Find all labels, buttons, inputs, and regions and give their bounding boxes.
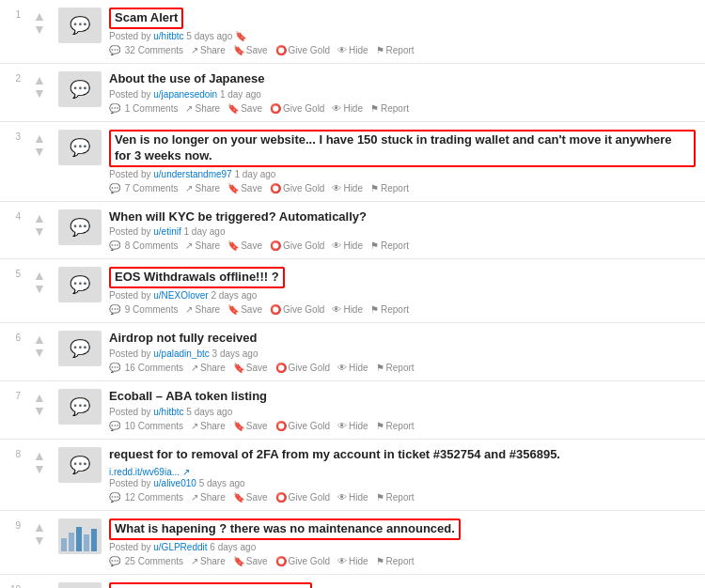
share-button[interactable]: ↗ Share	[191, 421, 226, 431]
author-link[interactable]: u/understandme97	[153, 169, 231, 179]
downvote-button[interactable]: ▼	[33, 346, 46, 359]
upvote-button[interactable]: ▲	[33, 9, 46, 23]
share-button[interactable]: ↗ Share	[185, 103, 220, 114]
upvote-button[interactable]: ▲	[33, 73, 46, 86]
share-button[interactable]: ↗ Share	[191, 492, 226, 503]
save-button[interactable]: 🔖 Save	[233, 45, 268, 55]
upvote-button[interactable]: ▲	[33, 269, 46, 282]
vote-column: ▲▼	[26, 518, 53, 547]
author-link[interactable]: u/paladin_btc	[153, 348, 210, 359]
downvote-button[interactable]: ▼	[33, 404, 46, 417]
hide-button[interactable]: 👁 Hide	[332, 183, 363, 193]
save-button[interactable]: 🔖 Save	[233, 421, 268, 431]
author-link[interactable]: u/NEXOlover	[153, 290, 208, 301]
share-button[interactable]: ↗ Share	[185, 240, 220, 251]
give-gold-button[interactable]: ⭕ Give Gold	[275, 45, 330, 55]
post-title[interactable]: request for to removal of 2FA from my ac…	[109, 447, 696, 463]
post-content: Ven is no longer on your website... I ha…	[109, 130, 696, 193]
save-button[interactable]: 🔖 Save	[233, 363, 268, 373]
share-button[interactable]: ↗ Share	[191, 45, 226, 55]
report-button[interactable]: ⚑ Report	[370, 240, 409, 251]
hide-button[interactable]: 👁 Hide	[332, 103, 363, 114]
downvote-button[interactable]: ▼	[33, 224, 46, 238]
report-button[interactable]: ⚑ Report	[376, 45, 415, 55]
hide-button[interactable]: 👁 Hide	[332, 240, 363, 251]
author-link[interactable]: u/alive010	[153, 478, 196, 488]
upvote-button[interactable]: ▲	[33, 333, 46, 346]
post-title[interactable]: HitBTC BTX (Bitcore) Deposit fail	[109, 582, 312, 588]
upvote-button[interactable]: ▲	[33, 449, 46, 462]
report-button[interactable]: ⚑ Report	[376, 556, 415, 566]
upvote-button[interactable]: ▲	[33, 211, 46, 224]
external-link[interactable]: i.redd.it/wv69ia... ↗	[109, 467, 190, 477]
save-button[interactable]: 🔖 Save	[227, 103, 262, 114]
comment-count[interactable]: 💬 9 Comments	[109, 304, 178, 315]
downvote-button[interactable]: ▼	[33, 534, 46, 547]
report-button[interactable]: ⚑ Report	[370, 183, 409, 193]
give-gold-button[interactable]: ⭕ Give Gold	[270, 304, 324, 315]
report-button[interactable]: ⚑ Report	[376, 363, 415, 373]
report-button[interactable]: ⚑ Report	[376, 421, 415, 431]
author-link[interactable]: u/GLPReddit	[153, 542, 207, 552]
post-title[interactable]: Scam Alert	[109, 8, 183, 29]
post-actions: 💬 1 Comments↗ Share🔖 Save⭕ Give Gold👁 Hi…	[109, 103, 696, 114]
downvote-button[interactable]: ▼	[33, 462, 46, 475]
author-link[interactable]: u/hitbtc	[153, 31, 183, 41]
downvote-button[interactable]: ▼	[33, 282, 46, 295]
comment-count[interactable]: 💬 25 Comments	[109, 556, 183, 566]
upvote-button[interactable]: ▲	[33, 584, 46, 588]
give-gold-button[interactable]: ⭕ Give Gold	[270, 183, 324, 193]
comment-count[interactable]: 💬 8 Comments	[109, 240, 178, 251]
hide-button[interactable]: 👁 Hide	[332, 304, 363, 315]
post-title[interactable]: What is hapening ? there was no maintena…	[109, 518, 461, 540]
report-button[interactable]: ⚑ Report	[376, 492, 415, 503]
author-link[interactable]: u/hitbtc	[153, 407, 183, 417]
share-button[interactable]: ↗ Share	[185, 304, 220, 315]
hide-button[interactable]: 👁 Hide	[337, 492, 368, 503]
comment-count[interactable]: 💬 7 Comments	[109, 183, 178, 193]
give-gold-button[interactable]: ⭕ Give Gold	[270, 103, 324, 114]
report-button-label: Report	[386, 45, 415, 55]
post-number: 7	[9, 391, 21, 401]
upvote-button[interactable]: ▲	[33, 520, 46, 534]
give-gold-button[interactable]: ⭕ Give Gold	[275, 363, 330, 373]
report-button[interactable]: ⚑ Report	[370, 103, 409, 114]
hide-button-icon: 👁	[332, 103, 341, 114]
share-button[interactable]: ↗ Share	[191, 556, 226, 566]
upvote-button[interactable]: ▲	[33, 391, 46, 404]
share-button[interactable]: ↗ Share	[185, 183, 220, 193]
post-title[interactable]: When will KYC be triggered? Automaticall…	[109, 209, 696, 225]
hide-button[interactable]: 👁 Hide	[337, 45, 368, 55]
save-button[interactable]: 🔖 Save	[227, 304, 262, 315]
hide-button[interactable]: 👁 Hide	[337, 421, 368, 431]
post-title[interactable]: EOS Withdrawals offline!!! ?	[109, 267, 285, 288]
downvote-button[interactable]: ▼	[33, 86, 46, 100]
post-title[interactable]: Ven is no longer on your website... I ha…	[109, 130, 696, 167]
post-title[interactable]: Ecoball – ABA token listing	[109, 389, 696, 405]
comment-count[interactable]: 💬 10 Comments	[109, 421, 183, 431]
comment-count[interactable]: 💬 12 Comments	[109, 492, 183, 503]
downvote-button[interactable]: ▼	[33, 23, 46, 36]
save-button[interactable]: 🔖 Save	[233, 556, 268, 566]
give-gold-button[interactable]: ⭕ Give Gold	[275, 556, 330, 566]
author-link[interactable]: u/japanesedoin	[153, 89, 217, 100]
give-gold-button[interactable]: ⭕ Give Gold	[270, 240, 324, 251]
comment-count[interactable]: 💬 16 Comments	[109, 363, 183, 373]
vote-column: ▲▼	[26, 267, 53, 295]
post-title[interactable]: Airdrop not fully received	[109, 331, 696, 347]
share-button[interactable]: ↗ Share	[191, 363, 226, 373]
upvote-button[interactable]: ▲	[33, 132, 46, 145]
save-button[interactable]: 🔖 Save	[233, 492, 268, 503]
hide-button[interactable]: 👁 Hide	[337, 556, 368, 566]
downvote-button[interactable]: ▼	[33, 145, 46, 158]
comment-count[interactable]: 💬 32 Comments	[109, 45, 183, 55]
give-gold-button[interactable]: ⭕ Give Gold	[275, 492, 330, 503]
report-button[interactable]: ⚑ Report	[370, 304, 409, 315]
give-gold-button[interactable]: ⭕ Give Gold	[275, 421, 330, 431]
post-title[interactable]: About the use of Japanese	[109, 71, 696, 87]
save-button[interactable]: 🔖 Save	[227, 183, 262, 193]
author-link[interactable]: u/etinif	[153, 226, 180, 237]
comment-count[interactable]: 💬 1 Comments	[109, 103, 178, 114]
save-button[interactable]: 🔖 Save	[227, 240, 262, 251]
hide-button[interactable]: 👁 Hide	[337, 363, 368, 373]
